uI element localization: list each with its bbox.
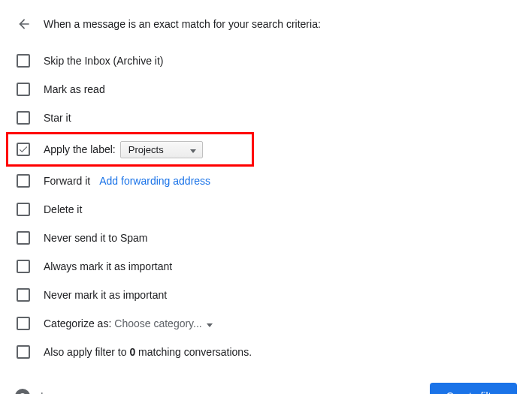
label-never-spam: Never send it to Spam bbox=[44, 232, 148, 244]
label-mark-read: Mark as read bbox=[44, 83, 105, 95]
caret-down-icon bbox=[207, 317, 213, 329]
checkbox-also-apply[interactable] bbox=[17, 345, 30, 359]
checkbox-never-spam[interactable] bbox=[17, 231, 30, 245]
back-arrow-icon[interactable] bbox=[15, 15, 33, 33]
label-forward-it: Forward it bbox=[44, 175, 90, 187]
label-dropdown-value: Projects bbox=[128, 144, 164, 155]
checkbox-mark-read[interactable] bbox=[17, 83, 30, 96]
label-also-apply: Also apply filter to 0 matching conversa… bbox=[44, 346, 252, 358]
checkbox-delete-it[interactable] bbox=[17, 203, 30, 216]
add-forwarding-link[interactable]: Add forwarding address bbox=[99, 175, 210, 187]
label-skip-inbox: Skip the Inbox (Archive it) bbox=[44, 55, 164, 67]
label-apply-label: Apply the label: bbox=[44, 143, 116, 155]
label-always-important: Always mark it as important bbox=[44, 260, 172, 272]
label-dropdown[interactable]: Projects bbox=[120, 141, 203, 158]
checkbox-always-important[interactable] bbox=[17, 260, 30, 273]
header-title: When a message is an exact match for you… bbox=[44, 18, 321, 30]
learn-more-link[interactable]: Learn more bbox=[41, 390, 95, 394]
caret-down-icon bbox=[190, 144, 196, 155]
highlight-annotation: Apply the label: Projects bbox=[6, 132, 254, 167]
checkbox-star-it[interactable] bbox=[17, 111, 30, 125]
checkbox-forward-it[interactable] bbox=[17, 174, 30, 188]
checkbox-categorize[interactable] bbox=[17, 317, 30, 330]
category-dropdown-value: Choose category... bbox=[114, 317, 201, 329]
label-never-important: Never mark it as important bbox=[44, 289, 167, 301]
checkbox-apply-label[interactable] bbox=[17, 143, 30, 156]
checkbox-skip-inbox[interactable] bbox=[17, 54, 30, 68]
category-dropdown[interactable]: Choose category... bbox=[114, 317, 212, 329]
label-delete-it: Delete it bbox=[44, 203, 82, 215]
checkbox-never-important[interactable] bbox=[17, 288, 30, 302]
label-star-it: Star it bbox=[44, 112, 71, 124]
help-icon[interactable]: ? bbox=[15, 389, 30, 394]
create-filter-button[interactable]: Create filter bbox=[430, 383, 517, 394]
label-categorize: Categorize as: bbox=[44, 317, 111, 329]
